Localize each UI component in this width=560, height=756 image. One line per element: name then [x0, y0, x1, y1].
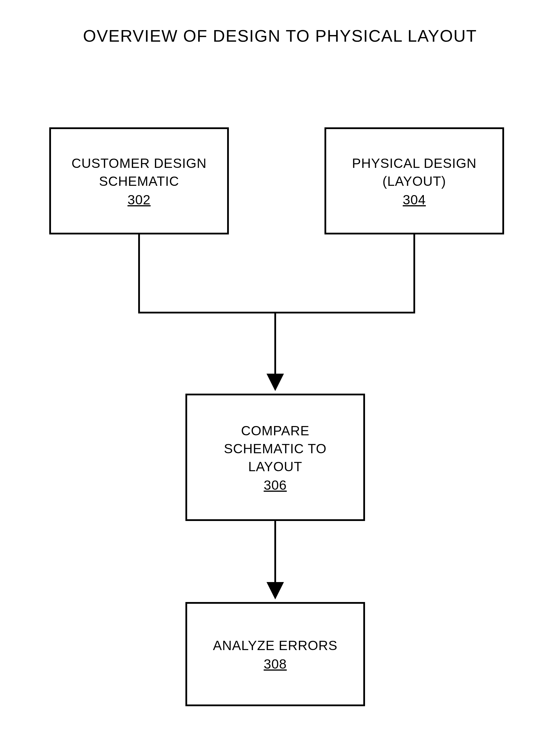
box-label: COMPARE SCHEMATIC TO LAYOUT — [224, 422, 326, 476]
box-label-line: COMPARE — [241, 423, 309, 438]
box-label: CUSTOMER DESIGN SCHEMATIC — [72, 154, 207, 190]
box-ref-number: 302 — [127, 192, 151, 208]
box-label: ANALYZE ERRORS — [213, 636, 338, 654]
box-ref-number: 304 — [403, 192, 426, 208]
box-customer-design-schematic: CUSTOMER DESIGN SCHEMATIC 302 — [49, 127, 229, 234]
box-label-line: (LAYOUT) — [382, 174, 446, 189]
box-ref-number: 306 — [264, 477, 287, 493]
box-compare-schematic-to-layout: COMPARE SCHEMATIC TO LAYOUT 306 — [185, 394, 365, 521]
box-label-line: CUSTOMER DESIGN — [72, 156, 207, 171]
box-label-line: SCHEMATIC TO — [224, 441, 326, 456]
box-label-line: PHYSICAL DESIGN — [352, 156, 477, 171]
box-label-line: LAYOUT — [248, 459, 302, 474]
box-label-line: ANALYZE ERRORS — [213, 638, 338, 653]
box-ref-number: 308 — [264, 656, 287, 672]
box-physical-design-layout: PHYSICAL DESIGN (LAYOUT) 304 — [324, 127, 504, 234]
diagram-title: OVERVIEW OF DESIGN TO PHYSICAL LAYOUT — [0, 26, 560, 45]
box-analyze-errors: ANALYZE ERRORS 308 — [185, 602, 365, 706]
box-label-line: SCHEMATIC — [99, 174, 179, 189]
box-label: PHYSICAL DESIGN (LAYOUT) — [352, 154, 477, 190]
